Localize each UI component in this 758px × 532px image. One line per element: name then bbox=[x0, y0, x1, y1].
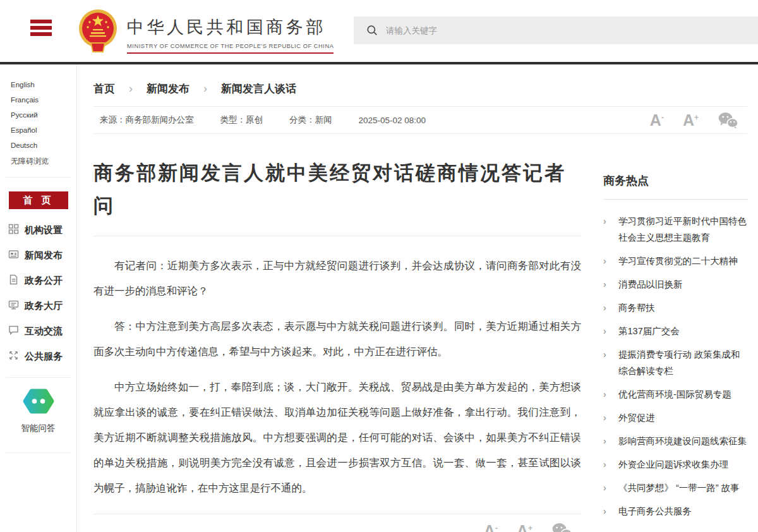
hot-topic-item[interactable]: ›学习贯彻习近平新时代中国特色社会主义思想主题教育 bbox=[603, 213, 749, 246]
sidebar-item-label: 机构设置 bbox=[25, 224, 63, 236]
article-column: 商务部新闻发言人就中美经贸对话磋商情况答记者问 有记者问：近期美方多次表示，正与… bbox=[93, 64, 581, 532]
sidebar-item-label: 政务大厅 bbox=[25, 300, 63, 312]
accessibility-link[interactable]: 无障碍浏览 bbox=[0, 154, 76, 169]
chevron-right-icon: › bbox=[603, 456, 618, 473]
sidebar-item-label: 政务公开 bbox=[25, 275, 63, 287]
chevron-right-icon: › bbox=[603, 409, 618, 426]
lang-russian[interactable]: Русский bbox=[11, 107, 38, 123]
language-switcher: English Français Русский Español Deutsch bbox=[0, 64, 66, 153]
chevron-right-icon: › bbox=[603, 480, 618, 496]
font-increase-button[interactable]: A+ bbox=[517, 523, 532, 532]
article-paragraph: 答：中方注意到美方高层多次表态，表示愿与中方就关税问题进行谈判。同时，美方近期通… bbox=[93, 313, 581, 364]
lang-english[interactable]: English bbox=[11, 77, 35, 92]
lang-deutsch[interactable]: Deutsch bbox=[11, 138, 37, 153]
smart-qa-label: 智能问答 bbox=[0, 423, 76, 434]
article-title: 商务部新闻发言人就中美经贸对话磋商情况答记者问 bbox=[93, 157, 581, 222]
search-icon bbox=[366, 25, 378, 36]
lang-francais[interactable]: Français bbox=[11, 92, 39, 107]
hot-topic-item[interactable]: ›消费品以旧换新 bbox=[603, 276, 749, 293]
chevron-right-icon: › bbox=[603, 503, 618, 519]
chevron-right-icon: › bbox=[603, 276, 618, 293]
divider bbox=[603, 199, 749, 200]
chevron-right-icon: › bbox=[603, 433, 618, 449]
hot-topic-item[interactable]: ›《共同梦想》 “一带一路” 故事 bbox=[603, 480, 749, 496]
article-body: 有记者问：近期美方多次表示，正与中方就经贸问题进行谈判，并会达成协议，请问商务部… bbox=[93, 253, 581, 500]
chevron-right-icon: › bbox=[603, 253, 618, 269]
hot-topic-item[interactable]: ›外贸促进 bbox=[603, 409, 749, 426]
smart-qa-widget[interactable]: 智能问答 bbox=[0, 378, 76, 444]
search-bar bbox=[354, 16, 758, 44]
sidebar-item-hall[interactable]: 政务大厅 bbox=[0, 293, 76, 318]
sidebar-item-label: 互动交流 bbox=[25, 325, 63, 337]
chevron-right-icon: › bbox=[603, 299, 618, 316]
page: 中华人民共和国商务部 MINISTRY OF COMMERCE OF THE P… bbox=[0, 0, 758, 532]
article-paragraph: 有记者问：近期美方多次表示，正与中方就经贸问题进行谈判，并会达成协议，请问商务部… bbox=[93, 253, 581, 303]
document-icon bbox=[8, 274, 19, 287]
hot-topic-item[interactable]: ›电子商务公共服务 bbox=[603, 503, 749, 519]
hot-topic-item[interactable]: ›影响营商环境建设问题线索征集 bbox=[603, 433, 749, 449]
hot-topic-item[interactable]: ›第137届广交会 bbox=[603, 323, 749, 339]
sidebar-item-label: 新闻发布 bbox=[25, 250, 63, 262]
site-subtitle: MINISTRY OF COMMERCE OF THE PEOPLE'S REP… bbox=[127, 43, 334, 54]
org-grid-icon bbox=[8, 224, 19, 236]
sidebar-item-home[interactable]: 首 页 bbox=[9, 191, 68, 209]
sidebar-item-interaction[interactable]: 互动交流 bbox=[0, 318, 76, 344]
hot-topic-item[interactable]: ›优化营商环境-国际贸易专题 bbox=[603, 386, 749, 402]
hot-topics-list: ›学习贯彻习近平新时代中国特色社会主义思想主题教育 ›学习宣传贯彻党的二十大精神… bbox=[603, 213, 749, 519]
left-sidebar: English Français Русский Español Deutsch… bbox=[0, 64, 77, 532]
header: 中华人民共和国商务部 MINISTRY OF COMMERCE OF THE P… bbox=[0, 0, 758, 62]
divider bbox=[93, 236, 581, 236]
sidebar-item-public-service[interactable]: 公共服务 bbox=[0, 344, 76, 369]
monitor-icon bbox=[8, 299, 19, 312]
sidebar-nav: 机构设置 新闻发布 bbox=[0, 217, 76, 369]
chat-bubble-icon bbox=[8, 325, 19, 337]
hot-topic-item[interactable]: ›商务帮扶 bbox=[603, 299, 749, 316]
divider bbox=[6, 177, 71, 178]
brand: 中华人民共和国商务部 MINISTRY OF COMMERCE OF THE P… bbox=[127, 16, 334, 54]
sidebar-item-label: 公共服务 bbox=[25, 351, 63, 363]
hot-topic-item[interactable]: ›外资企业问题诉求收集办理 bbox=[603, 456, 749, 473]
sidebar-item-news[interactable]: 新闻发布 bbox=[0, 243, 76, 268]
hot-topic-item[interactable]: ›学习宣传贯彻党的二十大精神 bbox=[603, 253, 749, 269]
chevron-right-icon: › bbox=[603, 323, 618, 339]
hot-topics-sidebar: 商务热点 ›学习贯彻习近平新时代中国特色社会主义思想主题教育 ›学习宣传贯彻党的… bbox=[603, 64, 749, 526]
font-controls-bottom: A- A+ bbox=[93, 514, 581, 532]
divider bbox=[6, 452, 71, 453]
chevron-right-icon: › bbox=[603, 346, 618, 379]
site-title: 中华人民共和国商务部 bbox=[127, 16, 334, 39]
newspaper-icon bbox=[8, 249, 19, 262]
sidebar-item-disclosure[interactable]: 政务公开 bbox=[0, 268, 76, 293]
chevron-right-icon: › bbox=[603, 213, 618, 246]
chevron-right-icon: › bbox=[603, 386, 618, 402]
font-decrease-button[interactable]: A- bbox=[484, 523, 498, 532]
wechat-share-icon[interactable] bbox=[551, 523, 572, 532]
national-emblem-logo[interactable] bbox=[78, 8, 117, 59]
search-input[interactable] bbox=[386, 26, 689, 35]
sidebar-item-org[interactable]: 机构设置 bbox=[0, 217, 76, 243]
arrows-service-icon bbox=[8, 350, 19, 363]
hot-topic-item[interactable]: ›提振消费专项行动 政策集成和综合解读专栏 bbox=[603, 346, 749, 379]
hot-topics-title: 商务热点 bbox=[603, 173, 749, 188]
lang-espanol[interactable]: Español bbox=[11, 123, 37, 138]
article-paragraph: 中方立场始终如一，打，奉陪到底；谈，大门敞开。关税战、贸易战是由美方单方发起的，… bbox=[93, 374, 581, 500]
robot-chat-icon bbox=[22, 405, 55, 416]
hamburger-menu-icon[interactable] bbox=[30, 20, 52, 39]
